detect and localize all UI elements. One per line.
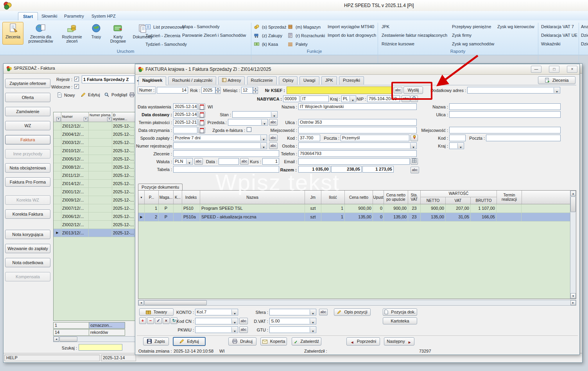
zakupy-link[interactable]: (z) Zakupy — [254, 32, 282, 39]
sidebar-button[interactable]: Oferta — [5, 93, 50, 102]
nastepny-button[interactable]: Następny ► — [384, 337, 414, 346]
items-vertical-scrollbar[interactable]: ▲ ▼ — [570, 191, 576, 299]
osoba-select[interactable] — [298, 142, 417, 149]
kartoteka-button[interactable]: Kartoteka — [383, 317, 417, 324]
numer-field[interactable]: 14 — [157, 87, 188, 94]
sidebar-button[interactable]: Zapytanie ofertowe — [5, 79, 50, 88]
scroll-thumb[interactable] — [144, 300, 207, 305]
invoice-row[interactable]: ZI009/12/... 2025-12-... — [54, 196, 136, 204]
delete-row-icon[interactable]: − — [147, 317, 154, 324]
report-link[interactable]: Dzien — [581, 41, 588, 47]
rejestr-checkbox[interactable]: ✓ — [74, 77, 79, 81]
calendar-icon[interactable] — [198, 111, 205, 118]
tab-rachunki[interactable]: Rachunki / załączniki — [168, 76, 216, 85]
termin-realizacji-header[interactable]: Terminrealizacji — [497, 191, 522, 204]
dodatkowy-adres-select[interactable] — [467, 87, 560, 94]
tab-adresy[interactable]: Adresy — [218, 76, 245, 85]
ribbon-link[interactable]: Import do kart drogowych — [328, 32, 376, 38]
maximize-icon[interactable]: □ — [549, 66, 559, 73]
pozycja-dok-button[interactable]: Pozycja dok. — [383, 308, 417, 316]
tab-jpk[interactable]: JPK — [321, 76, 337, 85]
item-row[interactable]: 1 P P510 Program SPEED TSL szt 1 900,00 … — [138, 204, 576, 213]
przedstawiciel-select[interactable] — [228, 119, 268, 126]
scroll-left-icon[interactable]: ◄ — [138, 300, 144, 305]
nabywca-skrot-field[interactable]: IT — [301, 95, 329, 102]
scroll-up-icon[interactable]: ▲ — [570, 191, 576, 196]
data-wystawienia-field[interactable]: 2025-12-14 — [173, 103, 197, 110]
sidebar-button[interactable]: Nota korygująca — [5, 230, 50, 239]
zapis-button[interactable]: Zapis — [143, 337, 169, 346]
cancel-row-icon[interactable]: × — [163, 317, 170, 324]
nabywca-kod-field[interactable]: 00009 — [283, 95, 299, 102]
stan-select[interactable] — [232, 111, 278, 118]
pkwiu-abc-button[interactable]: abc — [239, 326, 248, 333]
report-link[interactable]: Zestawienie faktur niezapłaconych — [382, 32, 447, 38]
adres2-ulica-field[interactable] — [449, 111, 561, 118]
gtu-select[interactable] — [269, 326, 316, 333]
koperta-button[interactable]: Koperta — [260, 337, 287, 346]
email-field[interactable] — [298, 158, 410, 165]
sfera-abc-button[interactable]: abc — [319, 309, 328, 315]
cena-po-upuscie-header[interactable]: Cena nettopo upuście — [384, 191, 408, 204]
sidebar-button[interactable]: Kompensata — [5, 272, 50, 281]
zlecenia-przewoznicy-button[interactable]: Zlecenia dla przewoźników — [24, 22, 57, 45]
sidebar-button[interactable]: Zamówienie — [5, 107, 50, 116]
edytuj-button[interactable]: Edytuj — [81, 92, 100, 98]
close-icon[interactable]: × — [567, 66, 577, 73]
minimize-icon[interactable]: — — [531, 66, 541, 73]
edytuj-dialog-button[interactable]: Edytuj — [173, 337, 206, 346]
sidebar-button[interactable]: Wezwanie do zapłaty — [5, 244, 50, 253]
list-przewozowy-link[interactable]: List przewozowy — [145, 24, 185, 30]
waluta-abc-button[interactable]: abc — [194, 158, 203, 165]
kod-field[interactable]: 37-700 — [298, 135, 320, 141]
poprzedni-button[interactable]: ◄ Poprzedni — [346, 337, 380, 346]
zgoda-efaktura-checkbox[interactable] — [247, 127, 251, 132]
sidebar-button[interactable]: Nota obciążeniowa — [5, 163, 50, 173]
accept-row-icon[interactable]: ✓ — [155, 317, 162, 324]
ribbon-link[interactable]: Parowanie Zleceń i Samochodów — [182, 32, 246, 38]
wyslij-button[interactable]: Wyślij — [403, 86, 423, 94]
dvat-select[interactable]: S.00 — [269, 318, 316, 324]
add-row-icon[interactable]: + — [139, 317, 146, 324]
nip-lookup-button[interactable] — [411, 95, 418, 102]
adres2-miejscowosc-field[interactable] — [449, 127, 561, 133]
telefon-field[interactable]: 793664793 — [298, 150, 417, 157]
grid-filter-cell[interactable]: ▼ — [138, 191, 145, 204]
nowy-button[interactable]: Nowy — [57, 92, 75, 98]
opis-pozycji-button[interactable]: Opis pozycji — [334, 308, 371, 316]
tab-slowniki[interactable]: Słowniki — [37, 12, 62, 20]
sfera-select[interactable] — [269, 309, 316, 315]
kod-cn-select[interactable] — [195, 318, 238, 324]
zlecenia-dialog-button[interactable]: Zlecenia — [538, 76, 575, 84]
kraj-select[interactable]: PL — [341, 95, 356, 102]
kasa-link[interactable]: (k) Kasa — [254, 41, 278, 47]
report-link[interactable]: Zysk wg samochodów — [452, 41, 494, 47]
adres2-nazwa-field[interactable] — [449, 103, 561, 110]
report-link[interactable]: Deklaracja VAT 7 — [541, 24, 577, 30]
rozliczenie-zlecen-button[interactable]: Rozliczenie zleceń — [58, 22, 86, 45]
report-link[interactable]: Przepływy pieniężne — [452, 24, 494, 30]
invoice-row[interactable]: ZI011/12/... 2025-12-... — [54, 171, 136, 180]
sidebar-button[interactable]: Faktura — [5, 135, 50, 144]
numer-header-cell[interactable]: Numer▼ — [61, 112, 89, 122]
sidebar-button[interactable]: Inne przychody — [5, 149, 50, 158]
scroll-down-icon[interactable]: ▼ — [570, 293, 576, 299]
adres2-kraj-select[interactable] — [449, 142, 464, 149]
tydzien-zlecenia-link[interactable]: Tydzień - Zlecenia — [145, 32, 180, 39]
scroll-left-icon[interactable]: ◄ — [54, 337, 59, 342]
poczta-field[interactable]: Przemyśl — [341, 135, 409, 141]
ksef-abc-button[interactable]: abc — [394, 87, 402, 94]
zlecenia-button[interactable]: Zlecenia — [2, 22, 23, 45]
numer-label[interactable]: Numer : — [138, 86, 156, 94]
invoice-row[interactable]: ZI002/12/... 2025-12-... — [54, 221, 136, 229]
razem-abc-button[interactable]: abc — [411, 167, 419, 173]
sposob-abc-button[interactable]: abc — [269, 135, 278, 141]
report-link[interactable]: Różnice kursowe — [382, 41, 447, 47]
trasy-button[interactable]: Trasy — [87, 22, 106, 45]
filter-dropdown-icon[interactable]: ▼ — [84, 117, 88, 121]
waluta-select[interactable]: PLN — [173, 158, 193, 165]
invoice-row[interactable]: ZI005/12/... 2025-12-... — [54, 155, 136, 163]
filter-dropdown-icon[interactable]: ▼ — [56, 117, 61, 121]
kod-cn-abc-button[interactable]: abc — [239, 318, 248, 324]
rok-field[interactable]: 2025 — [201, 87, 215, 94]
